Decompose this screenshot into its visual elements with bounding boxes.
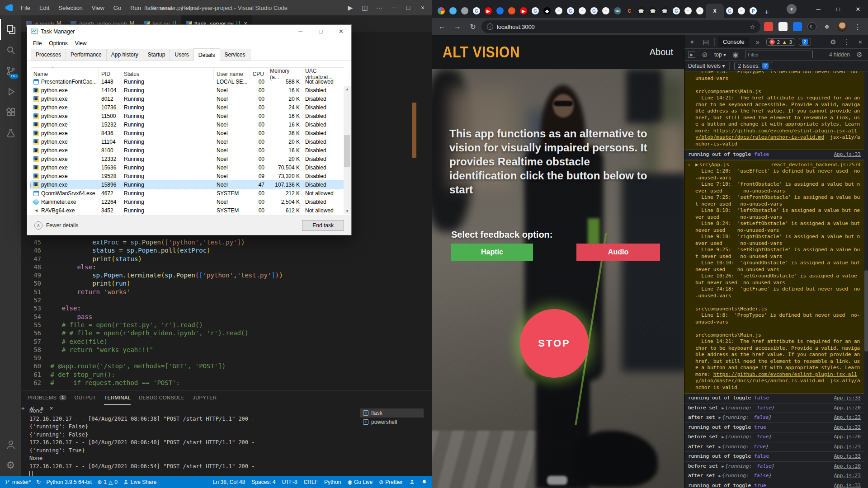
console-output[interactable]: Line 1:8: 'PropTypes' is defined but nev… — [684, 71, 864, 488]
problems-item[interactable]: ⊗ 1 △ 0 — [97, 479, 118, 485]
console-tab[interactable]: Console — [718, 37, 749, 47]
browser-tab[interactable] — [494, 4, 506, 18]
browser-tab-active[interactable]: X — [706, 4, 724, 18]
column-header-6[interactable]: UAC virtualizat... — [302, 68, 348, 80]
extensions-icon[interactable] — [0, 102, 21, 123]
scroll-thumb[interactable] — [344, 135, 350, 167]
more-actions-button[interactable]: ⋯ — [373, 4, 386, 11]
browser-tab[interactable]: ≡ — [736, 4, 747, 18]
tm-tab-users[interactable]: Users — [170, 49, 193, 61]
expand-caret-icon[interactable]: ▶ — [722, 434, 724, 441]
translate-extension-icon[interactable] — [793, 22, 802, 31]
browser-tab[interactable]: G — [471, 4, 482, 18]
hidden-messages-label[interactable]: 4 hidden — [829, 52, 850, 58]
scroll-down-arrow[interactable]: ▼ — [344, 209, 351, 213]
new-tab-button[interactable]: + — [761, 6, 773, 18]
explorer-icon[interactable] — [0, 19, 21, 40]
browser-tab[interactable]: ≡ — [576, 4, 588, 18]
source-link[interactable]: App.js:20 — [834, 405, 861, 412]
tm-tab-startup[interactable]: Startup — [143, 49, 170, 61]
forward-icon[interactable]: → — [451, 20, 464, 33]
browser-tab[interactable]: ≡ — [600, 4, 612, 18]
source-link[interactable]: App.js:20 — [834, 463, 861, 470]
clear-console-icon[interactable]: ⊘ — [700, 51, 710, 59]
browser-maximize-button[interactable]: □ — [828, 0, 848, 18]
terminal-instance-flask[interactable]: >flask — [360, 408, 424, 418]
maximize-button[interactable]: □ — [402, 4, 415, 11]
devtools-menu-icon[interactable]: ⋮ — [842, 38, 852, 46]
expand-caret-icon[interactable]: ▶ — [719, 444, 721, 450]
table-row[interactable]: python.exe11104RunningNoel0020 KDisabled — [31, 137, 344, 146]
tm-tab-performance[interactable]: Performance — [66, 49, 107, 61]
browser-tab[interactable] — [435, 4, 447, 18]
dark-reader-extension-icon[interactable]: ☾ — [807, 22, 816, 31]
back-icon[interactable]: ← — [435, 20, 449, 33]
settings-gear-icon[interactable]: ⚙ — [0, 455, 21, 476]
browser-tab[interactable]: G — [670, 4, 682, 18]
table-row[interactable]: python.exe14104RunningNoel0016 KDisabled — [31, 86, 344, 94]
menu-view[interactable]: View — [88, 3, 108, 13]
minimize-button[interactable]: ─ — [387, 4, 400, 11]
browser-tab[interactable]: G — [529, 4, 541, 18]
source-link[interactable]: App.js:33 — [834, 424, 861, 431]
more-tabs-icon[interactable]: » — [753, 38, 763, 46]
audio-button[interactable]: Audio — [576, 244, 660, 261]
tm-minimize-button[interactable]: ─ — [290, 25, 311, 38]
table-row[interactable]: python.exe12332RunningNoel0020 KDisabled — [31, 155, 344, 163]
browser-tab[interactable]: ▶ — [482, 4, 494, 18]
table-row[interactable]: python.exe11500RunningNoel0016 KDisabled — [31, 112, 344, 120]
browser-tab[interactable]: ≡ — [553, 4, 565, 18]
sync-icon[interactable]: ↻ — [36, 479, 41, 485]
source-link[interactable]: App.js:20 — [834, 434, 861, 441]
table-row[interactable]: python.exe10736RunningNoel0024 KDisabled — [31, 103, 344, 112]
devtools-close-icon[interactable]: × — [855, 38, 865, 46]
table-row[interactable]: ◄RAVBg64.exe3452RunningSYSTEM00612 KNot … — [31, 206, 344, 215]
console-settings-icon[interactable]: ⚙ — [854, 51, 864, 59]
live-share-item[interactable]: Live Share — [123, 479, 156, 485]
browser-tab[interactable]: ☎ — [635, 4, 647, 18]
test-beaker-icon[interactable] — [0, 123, 21, 144]
feedback-icon[interactable] — [409, 479, 415, 485]
panel-tab-jupyter[interactable]: JUPYTER — [193, 390, 217, 405]
scroll-up-arrow[interactable]: ▲ — [344, 87, 351, 91]
context-selector[interactable]: top ▾ — [714, 52, 726, 58]
tab-search-icon[interactable]: ▾ — [787, 4, 797, 14]
source-link[interactable]: App.js:23 — [834, 473, 861, 479]
expand-caret-icon[interactable]: ▶ — [695, 162, 698, 168]
browser-tab[interactable]: ◆ — [541, 4, 553, 18]
browser-tab[interactable]: ≡ — [682, 4, 694, 18]
task-manager-titlebar[interactable]: Task Manager ─ □ ✕ — [27, 25, 351, 38]
extensions-puzzle-icon[interactable]: ❖ — [820, 20, 834, 33]
devtools-settings-icon[interactable]: ⚙ — [828, 38, 838, 46]
source-link[interactable]: App.js:33 — [834, 483, 861, 488]
browser-tab[interactable]: G — [588, 4, 600, 18]
panel-tab-debug-console[interactable]: DEBUG CONSOLE — [139, 390, 184, 405]
browser-tab[interactable]: tds — [612, 4, 623, 18]
table-row[interactable]: python.exe8012RunningNoel0020 KDisabled — [31, 94, 344, 103]
log-levels-selector[interactable]: Default levels ▾ — [688, 63, 725, 69]
eslint-doc-link[interactable]: https://github.com/evcohen/eslint-plugin… — [695, 371, 857, 384]
language-mode-item[interactable]: Python — [324, 479, 341, 485]
tm-scrollbar[interactable]: ▲ ▼ — [344, 86, 351, 214]
tm-close-button[interactable]: ✕ — [331, 25, 351, 38]
browser-menu-icon[interactable]: ⋮ — [851, 20, 864, 33]
search-icon[interactable] — [0, 40, 21, 61]
table-row[interactable]: Rainmeter.exe12264RunningNoel002,504 KDi… — [31, 197, 344, 206]
tm-tab-services[interactable]: Services — [220, 49, 250, 61]
menu-go[interactable]: Go — [110, 3, 125, 13]
table-row[interactable]: QcomWlanSrvx64.exe4672RunningSYSTEM00212… — [31, 189, 344, 197]
run-debug-icon[interactable] — [0, 81, 21, 102]
git-branch-item[interactable]: master* — [5, 479, 31, 485]
eol-item[interactable]: CRLF — [304, 479, 318, 485]
table-row[interactable]: python.exe15636RunningNoel0070,504 KDisa… — [31, 163, 344, 172]
run-python-file-button[interactable]: ▶ — [344, 4, 357, 11]
end-task-button[interactable]: End task — [302, 220, 344, 231]
browser-tab[interactable]: ≡ — [694, 4, 706, 18]
inspect-element-icon[interactable]: ⌖ — [687, 38, 697, 46]
browser-tab[interactable] — [459, 4, 471, 18]
browser-tab[interactable]: C — [623, 4, 635, 18]
chat-badge[interactable]: 2 — [799, 38, 811, 46]
new-terminal-button[interactable]: + — [21, 405, 25, 412]
notes-extension-icon[interactable] — [778, 22, 788, 31]
column-header-4[interactable]: CPU — [250, 68, 267, 80]
